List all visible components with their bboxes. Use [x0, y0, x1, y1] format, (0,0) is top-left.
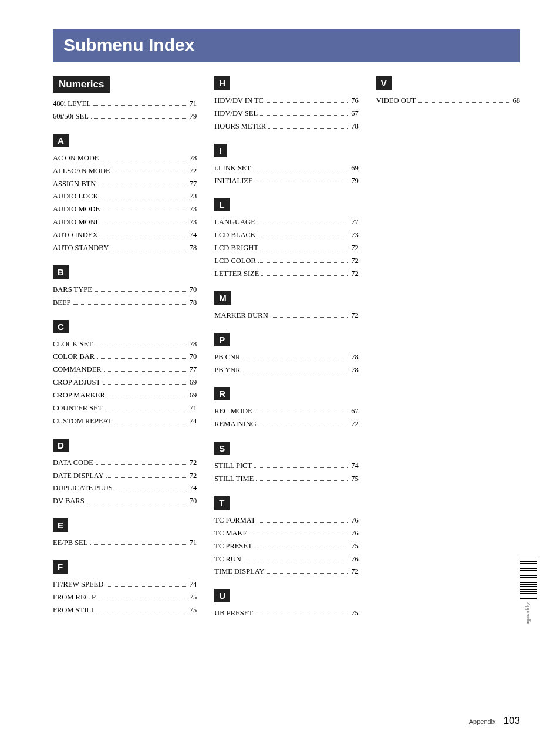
- index-entry-page: 72: [188, 457, 197, 470]
- index-entry-page: 72: [350, 565, 359, 578]
- index-entry-page: 67: [350, 405, 359, 418]
- index-entry-page: 74: [188, 482, 197, 495]
- index-section-header: A: [53, 134, 69, 147]
- index-section-header: E: [53, 518, 68, 532]
- leader-dots: [255, 548, 348, 548]
- index-entry-page: 70: [188, 351, 197, 363]
- leader-dots: [106, 477, 186, 478]
- index-entry: AUDIO LOCK 73: [53, 190, 197, 203]
- index-entry-page: 73: [188, 190, 197, 203]
- leader-dots: [90, 544, 185, 545]
- index-entry: BEEP 78: [53, 296, 197, 309]
- index-entry: LCD BLACK 73: [214, 229, 358, 242]
- leader-dots: [115, 490, 186, 490]
- index-entry-label: LETTER SIZE: [214, 268, 259, 281]
- leader-dots: [244, 561, 348, 561]
- index-entry-page: 71: [188, 97, 197, 110]
- leader-dots: [100, 198, 185, 198]
- index-entry-label: AUDIO LOCK: [53, 190, 98, 203]
- index-entry-label: COUNTER SET: [53, 402, 102, 415]
- leader-dots: [261, 275, 348, 276]
- index-entry-page: 76: [350, 514, 359, 527]
- index-entry-page: 72: [350, 268, 359, 281]
- index-entry-label: TIME DISPLAY: [214, 565, 264, 578]
- leader-dots: [113, 173, 186, 173]
- index-entry-page: 70: [188, 284, 197, 296]
- leader-dots: [258, 224, 348, 224]
- index-entry: TC FORMAT 76: [214, 514, 358, 527]
- index-entry-page: 72: [188, 470, 197, 483]
- leader-dots: [256, 480, 348, 481]
- index-entry-page: 74: [188, 415, 197, 428]
- index-entry-label: HDV/DV IN TC: [214, 95, 264, 107]
- index-entry-page: 74: [350, 460, 359, 473]
- index-section-header: L: [214, 198, 229, 211]
- index-entry-page: 78: [188, 242, 197, 255]
- index-entry: TC RUN 76: [214, 553, 358, 566]
- leader-dots: [91, 118, 186, 119]
- index-entry: TC PRESET 75: [214, 540, 358, 553]
- leader-dots: [95, 346, 186, 346]
- index-entry: LETTER SIZE 72: [214, 268, 358, 281]
- index-section-header: H: [214, 76, 230, 90]
- index-entry: FROM REC P 75: [53, 591, 197, 604]
- index-entry-label: LCD BRIGHT: [214, 242, 258, 255]
- leader-dots: [103, 384, 186, 385]
- index-entry: i.LINK SET 69: [214, 162, 358, 175]
- leader-dots: [242, 359, 348, 359]
- index-entry-label: DATA CODE: [53, 457, 93, 470]
- leader-dots: [243, 372, 348, 372]
- index-entry-page: 72: [350, 418, 359, 431]
- index-entry: LANGUAGE 77: [214, 216, 358, 229]
- index-entry-page: 75: [188, 604, 197, 617]
- index-entry-label: FROM REC P: [53, 591, 96, 604]
- index-entry: MARKER BURN 72: [214, 309, 358, 322]
- leader-dots: [267, 573, 348, 574]
- barcode-lines: [520, 558, 537, 599]
- index-entry-label: CLOCK SET: [53, 338, 93, 351]
- index-entry: PB YNR 78: [214, 364, 358, 377]
- index-entry-label: FF/REW SPEED: [53, 578, 103, 591]
- index-entry-page: 73: [188, 203, 197, 216]
- index-entry-label: AC ON MODE: [53, 152, 99, 165]
- index-entry: REC MODE 67: [214, 405, 358, 418]
- leader-dots: [112, 250, 186, 250]
- leader-dots: [97, 358, 186, 359]
- index-entry-label: HOURS METER: [214, 120, 266, 133]
- index-entry-label: TC MAKE: [214, 527, 247, 540]
- index-entry-page: 76: [350, 95, 359, 107]
- index-entry-label: TC PRESET: [214, 540, 252, 553]
- index-entry-page: 77: [188, 178, 197, 191]
- leader-dots: [98, 186, 186, 186]
- index-entry-page: 74: [188, 578, 197, 591]
- index-section-header: C: [53, 320, 69, 333]
- index-entry-page: 73: [350, 229, 359, 242]
- index-entry: HDV/DV SEL 67: [214, 107, 358, 120]
- index-entry-page: 76: [350, 553, 359, 566]
- index-entry-label: UB PRESET: [214, 607, 253, 620]
- leader-dots: [254, 467, 348, 468]
- index-entry-label: LCD COLOR: [214, 255, 256, 268]
- leader-dots: [266, 102, 348, 103]
- index-entry-label: AUTO INDEX: [53, 229, 98, 242]
- index-entry: FROM STILL 75: [53, 604, 197, 617]
- index-entry-label: CROP ADJUST: [53, 376, 100, 389]
- index-entry-label: REMAINING: [214, 418, 257, 431]
- leader-dots: [258, 237, 348, 237]
- leader-dots: [258, 262, 348, 263]
- index-entry-page: 72: [188, 165, 197, 178]
- column-2: HHDV/DV IN TC 76HDV/DV SEL 67HOURS METER…: [214, 76, 358, 620]
- leader-dots: [87, 503, 186, 503]
- index-entry-label: i.LINK SET: [214, 162, 251, 175]
- index-entry-label: COMMANDER: [53, 363, 102, 376]
- index-entry: HDV/DV IN TC 76: [214, 95, 358, 107]
- leader-dots: [98, 599, 186, 599]
- index-section-header: B: [53, 265, 69, 279]
- index-entry: AC ON MODE 78: [53, 152, 197, 165]
- index-entry-label: STILL TIME: [214, 473, 254, 486]
- index-entry: CUSTOM REPEAT 74: [53, 415, 197, 428]
- leader-dots: [253, 170, 348, 170]
- page-title: Submenu Index: [53, 29, 520, 62]
- leader-dots: [418, 102, 509, 103]
- index-entry: CROP ADJUST 69: [53, 376, 197, 389]
